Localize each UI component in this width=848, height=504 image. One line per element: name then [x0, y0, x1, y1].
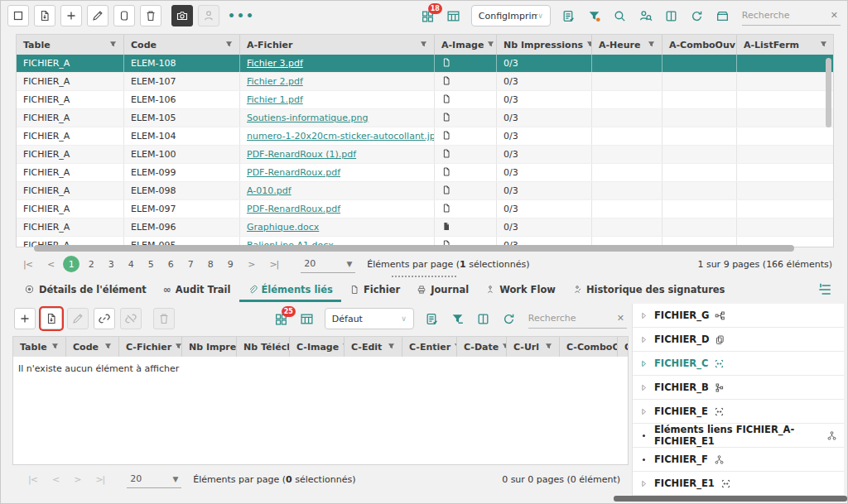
file-link[interactable]: Soutiens-informatique.png [247, 113, 368, 123]
tab-historique-des-signatures[interactable]: Historique des signatures [564, 279, 734, 302]
page-number-button[interactable]: 1 [63, 256, 80, 272]
expand-triangle-icon[interactable] [639, 383, 648, 392]
column-filter-icon[interactable] [820, 40, 827, 50]
file-link[interactable]: A-010.pdf [247, 185, 292, 196]
file-link[interactable]: Graphique.docx [247, 222, 319, 233]
column-header-c-fichier[interactable]: C-Fichier [119, 337, 182, 357]
column-header-nb-impressions[interactable]: Nb Impressions [497, 35, 592, 55]
select-square-button[interactable] [7, 5, 29, 26]
delete-button[interactable] [140, 5, 161, 26]
column-header-a-fichier[interactable]: A-Fichier [240, 35, 435, 55]
last-page-button[interactable]: >| [95, 474, 104, 485]
column-filter-icon[interactable] [225, 40, 233, 50]
search-button[interactable] [613, 9, 627, 23]
prev-page-button[interactable]: < [47, 259, 54, 270]
table-row[interactable]: FICHIER_AELEM-105Soutiens-informatique.p… [17, 109, 833, 127]
tab-audit-trail[interactable]: ∞Audit Trail [155, 279, 239, 302]
tree-item-el-ments-liens-fichier-a-fichier-e1[interactable]: Eléments liens FICHIER_A-FICHIER_E1 [633, 424, 844, 448]
column-header-code[interactable]: Code [124, 35, 240, 55]
filter-button[interactable] [450, 312, 465, 326]
column-filter-icon[interactable] [175, 342, 182, 353]
archive-button[interactable] [716, 9, 730, 23]
page-size-select[interactable]: 20 ▼ [127, 470, 181, 488]
column-header-c-date[interactable]: C-Date [457, 337, 507, 357]
table-row[interactable]: FICHIER_AELEM-104numero-1-20x20cm-sticke… [17, 127, 833, 146]
link-button[interactable] [94, 308, 115, 329]
table-row[interactable]: FICHIER_AELEM-099PDF-RenardRoux.pdf0/3 [17, 164, 833, 182]
column-header-a-listferm[interactable]: A-ListFerm [737, 35, 834, 55]
expand-triangle-icon[interactable] [639, 311, 648, 320]
saved-list-button[interactable] [425, 312, 439, 326]
edit-button[interactable] [67, 308, 89, 329]
columns-button[interactable] [476, 312, 490, 326]
refresh-button[interactable] [502, 312, 516, 326]
expand-triangle-icon[interactable] [639, 407, 648, 416]
table-row[interactable]: FICHIER_AELEM-108Fichier 3.pdf0/3 [17, 55, 833, 73]
unlink-button[interactable] [120, 308, 142, 329]
column-header-c[interactable]: C [618, 337, 629, 357]
table-view-button[interactable] [300, 312, 314, 326]
page-number-button[interactable]: 8 [202, 256, 219, 272]
clear-search-icon[interactable]: ✕ [614, 313, 627, 324]
table-row[interactable]: FICHIER_AELEM-098A-010.pdf0/3 [17, 182, 833, 200]
tree-item-fichier-f[interactable]: FICHIER_F [633, 448, 844, 472]
tree-item-fichier-g[interactable]: FICHIER_G [633, 304, 844, 328]
file-link[interactable]: PDF-RenardRoux (1).pdf [247, 149, 356, 160]
file-link[interactable]: PDF-RenardRoux.pdf [247, 167, 340, 178]
horizontal-scrollbar[interactable] [34, 245, 794, 252]
view-select[interactable]: Défaut ∨ [325, 308, 414, 329]
more-actions-button[interactable]: ••• [228, 9, 255, 22]
column-header-c-comboo[interactable]: C-ComboO [560, 337, 618, 357]
column-header-a-comboouv[interactable]: A-ComboOuv [662, 35, 737, 55]
column-header-a-image[interactable]: A-Image [435, 35, 497, 55]
page-number-button[interactable]: 4 [123, 256, 139, 272]
column-header-c-image[interactable]: C-Image [290, 337, 344, 357]
file-link[interactable]: Fichier 1.pdf [247, 94, 303, 105]
file-link[interactable]: Fichier 3.pdf [247, 58, 303, 69]
file-link[interactable]: PDF-RenardRoux.pdf [247, 204, 340, 214]
last-page-button[interactable]: >| [269, 259, 278, 270]
search-input[interactable] [528, 313, 614, 324]
refresh-button[interactable] [690, 9, 704, 23]
table-row[interactable]: FICHIER_AELEM-096Graphique.docx0/3 [17, 218, 833, 237]
add-button[interactable] [60, 5, 82, 26]
table-row[interactable]: FICHIER_AELEM-100PDF-RenardRoux (1).pdf0… [17, 146, 833, 164]
column-header-c-edit[interactable]: C-Edit [344, 337, 402, 357]
first-page-button[interactable]: |< [23, 259, 32, 270]
column-filter-icon[interactable] [109, 40, 117, 50]
vertical-scrollbar[interactable] [826, 58, 831, 127]
tree-panel-toggle-icon[interactable] [817, 282, 832, 300]
expand-triangle-icon[interactable] [639, 359, 648, 368]
anonymize-button[interactable] [198, 5, 219, 26]
tree-item-fichier-e1[interactable]: FICHIER_E1 [633, 472, 844, 496]
page-number-button[interactable]: 7 [182, 256, 199, 272]
page-number-button[interactable]: 9 [222, 256, 238, 272]
column-header-nb-impres[interactable]: Nb Impres [182, 337, 237, 357]
add-button[interactable] [14, 308, 36, 329]
column-filter-icon[interactable] [648, 40, 655, 50]
add-document-button[interactable] [34, 5, 55, 26]
page-number-button[interactable]: 3 [103, 256, 119, 272]
column-filter-icon[interactable] [420, 40, 427, 50]
tree-item-fichier-c[interactable]: FICHIER_C [633, 352, 844, 376]
column-header-a-heure[interactable]: A-Heure [592, 35, 662, 55]
column-header-table[interactable]: Table [13, 337, 66, 357]
column-header-nb-t-l-ch-[interactable]: Nb Téléch.. [237, 337, 290, 357]
table-row[interactable]: FICHIER_AELEM-097PDF-RenardRoux.pdf0/3 [17, 200, 833, 218]
prev-page-button[interactable]: < [52, 474, 59, 485]
tree-item-fichier-e[interactable]: FICHIER_E [633, 400, 844, 424]
expand-triangle-icon[interactable] [639, 335, 648, 344]
camera-button[interactable] [171, 5, 193, 26]
saved-list-button[interactable] [561, 9, 576, 23]
file-link[interactable]: numero-1-20x20cm-sticker-autocollant.jpg [247, 131, 435, 142]
delete-button[interactable] [153, 308, 175, 329]
column-filter-icon[interactable] [487, 40, 494, 50]
next-page-button[interactable]: > [74, 474, 80, 485]
copy-button[interactable] [113, 5, 135, 26]
search-input[interactable] [742, 10, 828, 21]
column-header-table[interactable]: Table [17, 35, 124, 55]
table-view-button[interactable] [446, 9, 460, 23]
tab--l-ments-li-s[interactable]: Éléments liés [239, 279, 341, 302]
panel-splitter[interactable] [1, 275, 847, 278]
column-filter-icon[interactable] [388, 342, 395, 353]
